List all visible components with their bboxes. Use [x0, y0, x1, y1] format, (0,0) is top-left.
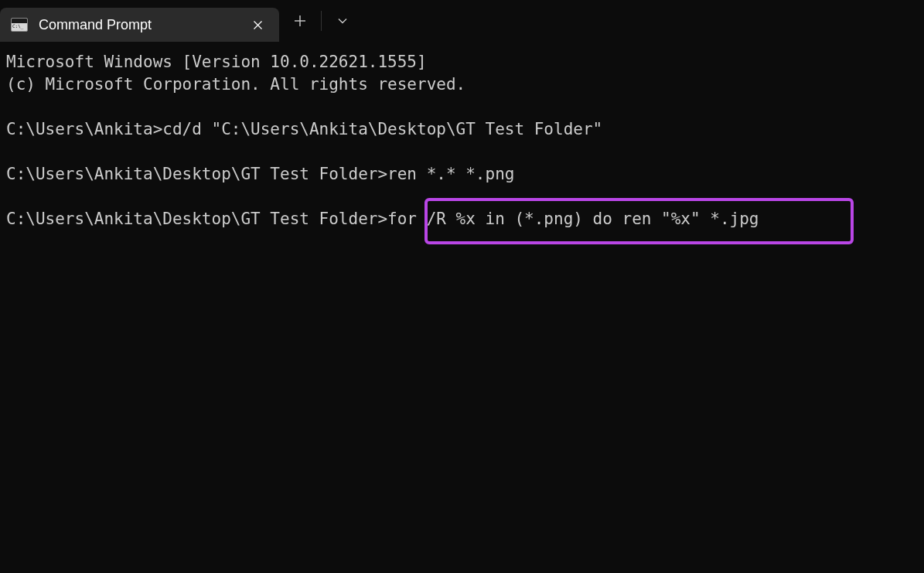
terminal-line: (c) Microsoft Corporation. All rights re…	[6, 75, 465, 94]
tab-dropdown-button[interactable]	[322, 0, 363, 42]
terminal-line: Microsoft Windows [Version 10.0.22621.15…	[6, 53, 427, 71]
tab-command-prompt[interactable]: C:\_ Command Prompt	[0, 8, 279, 42]
new-tab-button[interactable]	[279, 0, 321, 42]
terminal-icon: C:\_	[11, 18, 28, 32]
titlebar: C:\_ Command Prompt	[0, 0, 924, 42]
terminal-line: C:\Users\Ankita>cd/d "C:\Users\Ankita\De…	[6, 120, 602, 138]
tab-title: Command Prompt	[39, 17, 247, 33]
close-tab-button[interactable]	[247, 14, 268, 36]
terminal-line: C:\Users\Ankita\Desktop\GT Test Folder>r…	[6, 165, 514, 183]
terminal-line: C:\Users\Ankita\Desktop\GT Test Folder>f…	[6, 210, 759, 228]
terminal-output[interactable]: Microsoft Windows [Version 10.0.22621.15…	[0, 42, 924, 240]
